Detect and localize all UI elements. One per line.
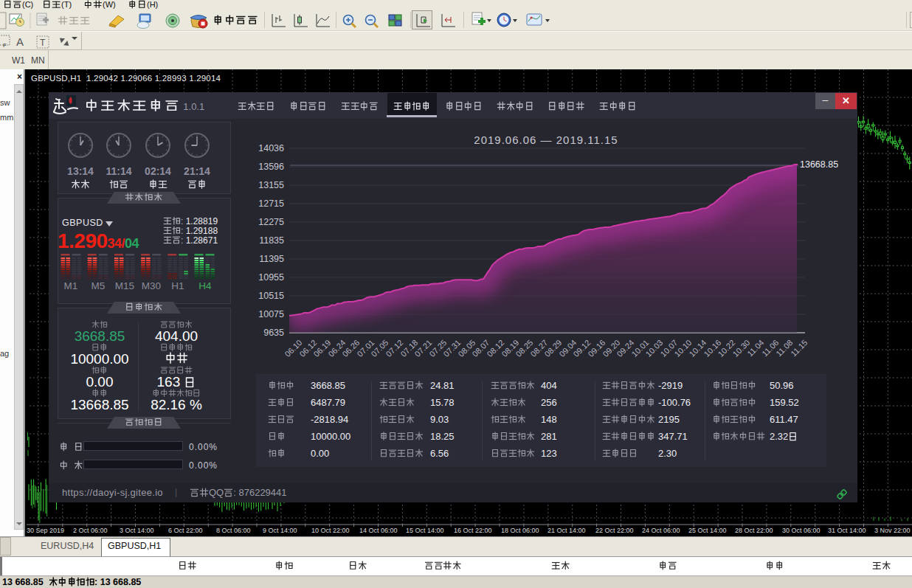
svg-text:T: T: [40, 38, 46, 48]
svg-text:F: F: [3, 42, 7, 49]
